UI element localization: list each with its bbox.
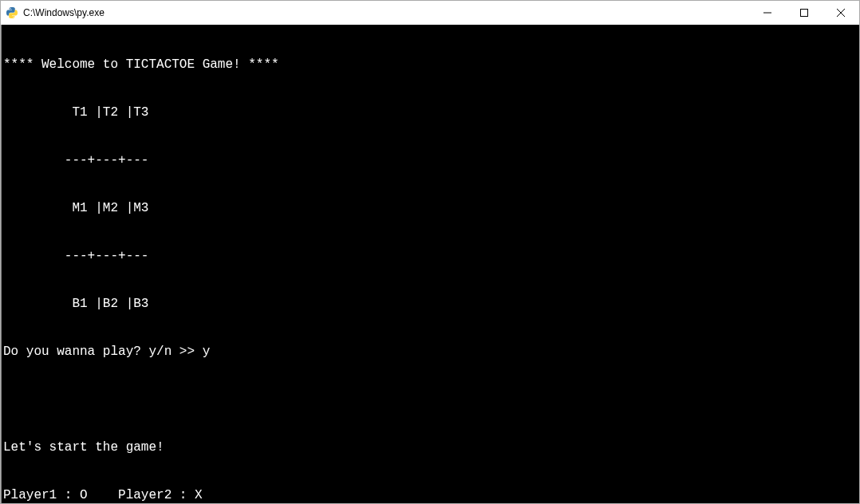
minimize-button[interactable] (749, 1, 786, 25)
terminal-line: Let's start the game! (3, 439, 858, 455)
python-icon (6, 6, 18, 19)
window-controls (749, 1, 859, 25)
titlebar-left: C:\Windows\py.exe (1, 6, 105, 19)
terminal-line: Do you wanna play? y/n >> y (3, 344, 858, 360)
maximize-button[interactable] (786, 1, 823, 25)
terminal-line: Player1 : O Player2 : X (3, 487, 858, 503)
terminal-line: T1 |T2 |T3 (3, 104, 858, 120)
titlebar[interactable]: C:\Windows\py.exe (1, 1, 859, 25)
svg-rect-1 (801, 10, 808, 17)
terminal-line: ---+---+--- (3, 152, 858, 168)
terminal-line: M1 |M2 |M3 (3, 200, 858, 216)
app-window: C:\Windows\py.exe **** Welcome to TICTAC… (0, 0, 860, 504)
terminal-line: B1 |B2 |B3 (3, 296, 858, 312)
terminal-line (3, 392, 858, 408)
close-button[interactable] (823, 1, 859, 25)
terminal-line: **** Welcome to TICTACTOE Game! **** (3, 57, 858, 73)
terminal-line: ---+---+--- (3, 248, 858, 264)
terminal-output[interactable]: **** Welcome to TICTACTOE Game! **** T1 … (1, 25, 859, 503)
window-title: C:\Windows\py.exe (23, 7, 105, 18)
